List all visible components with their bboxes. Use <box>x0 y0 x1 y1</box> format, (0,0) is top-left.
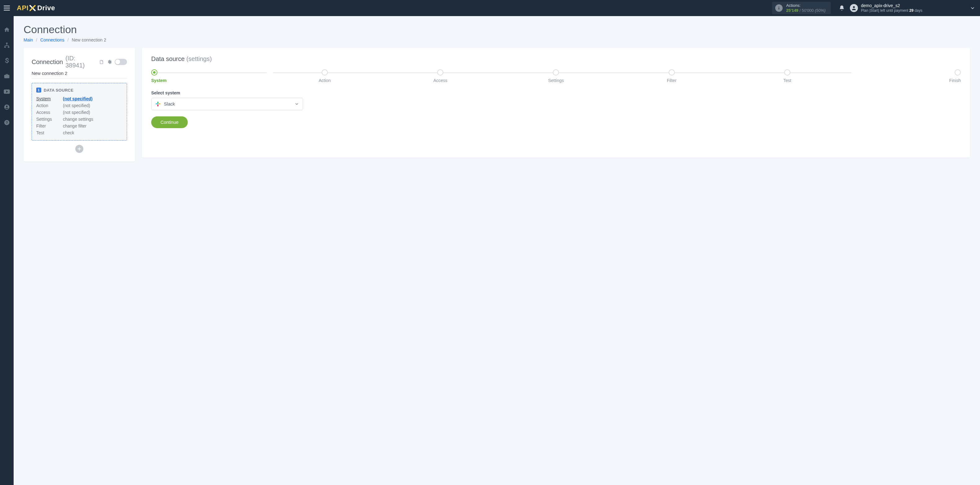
ds-row-value[interactable]: (not specified) <box>63 110 123 115</box>
svg-rect-21 <box>158 101 158 104</box>
plan-middle: | left until payment <box>878 8 909 13</box>
step-label: Filter <box>667 78 676 83</box>
svg-rect-8 <box>6 43 8 44</box>
ds-row-value[interactable]: change filter <box>63 124 123 128</box>
svg-rect-20 <box>158 103 161 104</box>
nav-home[interactable] <box>3 25 11 34</box>
ds-title-suffix: (settings) <box>186 55 212 62</box>
step-label: Settings <box>548 78 564 83</box>
nav-briefcase[interactable] <box>3 72 11 81</box>
leftnav: ? <box>0 16 14 485</box>
step-system[interactable]: System <box>151 69 267 83</box>
data-source-heading: DATA SOURCE <box>44 88 73 92</box>
connection-enabled-toggle[interactable] <box>115 59 127 65</box>
notifications-button[interactable] <box>836 3 847 14</box>
ds-row-value[interactable]: change settings <box>63 117 123 122</box>
ds-row-value[interactable]: check <box>63 130 123 135</box>
actions-used: 25'149 <box>786 8 799 13</box>
actions-pct: (50%) <box>815 8 826 13</box>
user-block[interactable]: demo_apix-drive_s2 Plan |Start| left unt… <box>850 3 923 13</box>
svg-rect-9 <box>4 46 6 48</box>
chevron-down-icon <box>295 102 299 106</box>
plan-name: Start <box>870 8 878 13</box>
svg-point-5 <box>778 6 779 8</box>
step-dot <box>955 69 961 76</box>
svg-rect-1 <box>4 8 10 8</box>
add-destination-button[interactable] <box>75 145 83 153</box>
chevron-down-icon <box>970 6 975 10</box>
step-filter[interactable]: Filter <box>614 69 729 83</box>
topbar-left: API Drive <box>0 0 55 16</box>
ds-row-key[interactable]: Access <box>36 110 63 115</box>
select-system-label: Select system <box>151 90 961 95</box>
hamburger-button[interactable] <box>0 0 14 16</box>
step-settings[interactable]: Settings <box>498 69 614 83</box>
nav-account[interactable] <box>3 103 11 111</box>
actions-pill[interactable]: Actions: 25'149 / 50'000 (50%) <box>772 2 830 14</box>
step-line <box>504 73 620 73</box>
ds-row-key[interactable]: Action <box>36 103 63 108</box>
nav-connections[interactable] <box>3 41 11 49</box>
slack-icon <box>155 101 161 107</box>
svg-point-14 <box>6 106 8 107</box>
data-source-head: 1 DATA SOURCE <box>36 87 123 92</box>
avatar <box>850 4 858 12</box>
select-system-dropdown[interactable]: Slack <box>151 98 303 110</box>
dollar-icon <box>5 57 9 64</box>
ds-row-key[interactable]: Test <box>36 130 63 135</box>
svg-point-7 <box>853 6 855 8</box>
selected-system: Slack <box>164 101 291 106</box>
plan-prefix: Plan | <box>861 8 870 13</box>
step-line <box>735 73 851 73</box>
step-dot <box>321 69 328 76</box>
svg-rect-19 <box>156 103 158 104</box>
step-label: Action <box>318 78 331 83</box>
ds-row-key[interactable]: Settings <box>36 117 63 122</box>
help-icon: ? <box>4 119 10 126</box>
data-source-badge: 1 <box>36 87 41 92</box>
step-label: Finish <box>949 78 961 83</box>
step-dot <box>784 69 791 76</box>
breadcrumb-connections[interactable]: Connections <box>40 38 64 43</box>
ds-row-value[interactable]: (not specified) <box>63 96 123 101</box>
nav-billing[interactable] <box>3 56 11 65</box>
step-dot <box>669 69 675 76</box>
continue-button[interactable]: Continue <box>151 116 188 128</box>
step-finish[interactable]: Finish <box>845 69 961 83</box>
brand-logo[interactable]: API Drive <box>17 4 55 12</box>
data-source-rows: System(not specified)Action(not specifie… <box>36 96 123 135</box>
step-action[interactable]: Action <box>267 69 382 83</box>
info-icon <box>775 4 783 12</box>
user-circle-icon <box>4 104 10 110</box>
connection-summary-card: Connection (ID: 38941) <box>24 48 135 162</box>
ds-row-value[interactable]: (not specified) <box>63 103 123 108</box>
shell: ? Connection Main / Connections / New co… <box>0 16 980 485</box>
step-dot <box>553 69 559 76</box>
nav-help[interactable]: ? <box>3 118 11 127</box>
breadcrumb-current: New connection 2 <box>72 38 106 43</box>
connection-id: (ID: 38941) <box>65 55 96 69</box>
user-icon <box>851 5 857 11</box>
stepper: SystemActionAccessSettingsFilterTestFini… <box>151 69 961 83</box>
ds-row-key[interactable]: System <box>36 96 63 101</box>
step-label: System <box>151 78 167 83</box>
ds-row-key[interactable]: Filter <box>36 124 63 128</box>
actions-text: Actions: 25'149 / 50'000 (50%) <box>786 3 826 13</box>
topbar: API Drive Actions: 25'149 / 50'000 (50%) <box>0 0 980 16</box>
youtube-icon <box>3 89 10 94</box>
ds-title: Data source <box>151 55 185 62</box>
user-name: demo_apix-drive_s2 <box>861 3 923 9</box>
data-source-block: 1 DATA SOURCE System(not specified)Actio… <box>32 83 127 141</box>
topbar-caret-button[interactable] <box>969 6 976 10</box>
step-access[interactable]: Access <box>383 69 498 83</box>
step-dot <box>437 69 443 76</box>
copy-button[interactable] <box>99 59 104 65</box>
step-test[interactable]: Test <box>729 69 845 83</box>
breadcrumb-main[interactable]: Main <box>24 38 33 43</box>
step-line <box>154 73 267 73</box>
nav-video[interactable] <box>3 87 11 96</box>
breadcrumb-sep: / <box>68 38 69 43</box>
svg-rect-22 <box>158 104 158 106</box>
connection-card-title: Connection <box>32 59 63 66</box>
settings-button[interactable] <box>107 59 112 65</box>
